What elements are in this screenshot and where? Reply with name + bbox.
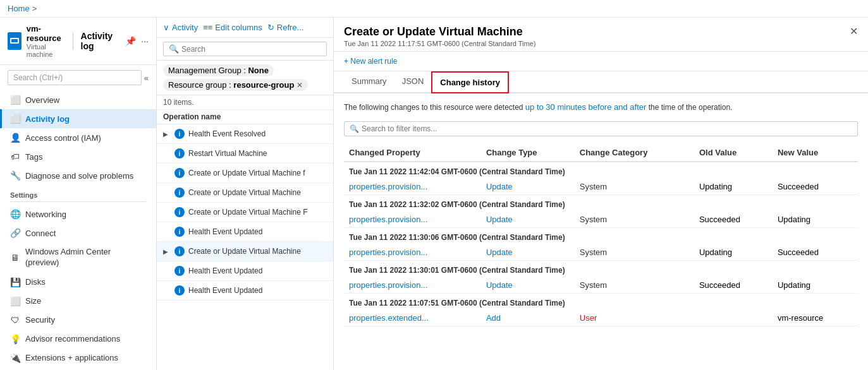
old-value: Updating [694,244,773,261]
sidebar-item-networking[interactable]: 🌐 Networking [0,205,156,224]
chevron-down-icon: ∨ [163,23,169,32]
refresh-btn[interactable]: ↻ Refre... [267,23,304,32]
edit-columns-label: Edit columns [215,23,262,32]
property-link[interactable]: properties.provision... [344,179,481,195]
col-new-value: New Value [773,144,858,162]
property-link[interactable]: properties.extended... [344,310,481,326]
list-item[interactable]: i Health Event Updated [157,281,333,301]
table-row: properties.provision... Update System Su… [344,212,858,228]
search-input[interactable] [8,70,142,85]
list-item[interactable]: i Health Event Updated [157,222,333,242]
change-type: Update [481,244,575,261]
change-category: System [575,179,694,195]
tab-change-history[interactable]: Change history [431,71,509,93]
activity-label: Activity [172,23,198,32]
row-label: Create or Update Virtual Machine [188,247,327,256]
up-to-link[interactable]: up to 30 minutes before and after [525,102,647,112]
sidebar-item-advisor[interactable]: 💡 Advisor recommendations [0,330,156,349]
property-link[interactable]: properties.provision... [344,277,481,294]
sidebar-item-diagnose[interactable]: 🔧 Diagnose and solve problems [0,166,156,185]
info-icon: i [174,168,185,178]
disks-icon: 💾 [10,277,20,287]
operation-name-col-header: Operation name [157,110,333,124]
pin-icon[interactable]: 📌 [125,36,136,46]
sidebar-item-size[interactable]: ⬜ Size [0,292,156,311]
sidebar-item-activity-log[interactable]: ⬜ Activity log [0,109,156,128]
detail-title: Create or Update Virtual Machine [344,25,858,39]
tags-icon: 🏷 [10,152,20,162]
sidebar-item-windows-admin[interactable]: 🖥 Windows Admin Center(preview) [0,242,156,273]
expand-arrow-icon: ▶ [163,131,171,138]
resource-name: vm-resource [27,24,65,43]
sidebar-item-security[interactable]: 🛡 Security [0,311,156,330]
search-icon: 🔍 [169,44,179,54]
activity-search-box[interactable]: 🔍 [163,42,327,56]
edit-columns-btn[interactable]: ≡≡ Edit columns [203,23,262,32]
breadcrumb: Home > [0,0,868,18]
refresh-icon: ↻ [267,23,274,32]
change-type: Update [481,212,575,228]
table-date-group: Tue Jan 11 2022 11:30:06 GMT-0600 (Centr… [344,227,858,244]
vm-icon [8,32,21,50]
change-type: Update [481,277,575,294]
sidebar-header: vm-resource Virtual machine Activity log… [0,18,156,65]
sidebar-item-disks[interactable]: 💾 Disks [0,273,156,292]
list-item[interactable]: i Create or Update Virtual Machine [157,183,333,203]
change-category: System [575,212,694,228]
col-changed-property: Changed Property [344,144,481,162]
close-icon[interactable]: ✕ [850,25,858,37]
sidebar-item-label: Access control (IAM) [25,133,101,143]
sidebar-item-connect[interactable]: 🔗 Connect [0,224,156,242]
filter-search-container[interactable]: 🔍 [344,121,858,136]
sidebar-item-label: Windows Admin Center(preview) [25,247,111,268]
settings-section-header: Settings [0,185,156,201]
info-icon: i [174,266,185,276]
sidebar-page-title: Activity log [81,31,118,51]
filter-chip-resource-group: Resource group : resource-group ✕ [163,79,308,91]
sidebar-item-label: Overview [25,95,59,105]
list-item[interactable]: ▶ i Create or Update Virtual Machine [157,242,333,261]
sidebar-actions: 📌 ··· [123,36,149,46]
sidebar-search-container: « [0,65,156,90]
sidebar-item-access-control[interactable]: 👤 Access control (IAM) [0,128,156,147]
sidebar-item-label: Tags [25,152,42,162]
list-item[interactable]: i Create or Update Virtual Machine F [157,203,333,222]
property-link[interactable]: properties.provision... [344,244,481,261]
detail-panel: ✕ Create or Update Virtual Machine Tue J… [334,18,868,370]
activity-toolbar: ∨ Activity ≡≡ Edit columns ↻ Refre... [157,18,333,38]
iam-icon: 👤 [10,133,20,143]
list-item[interactable]: ▶ i Health Event Resolved [157,124,333,144]
sidebar-item-label: Networking [25,210,66,219]
more-icon[interactable]: ··· [141,36,149,46]
sidebar-item-extensions[interactable]: 🔌 Extensions + applications [0,349,156,367]
activity-collapse-btn[interactable]: ∨ Activity [163,23,198,32]
row-label: Health Event Updated [188,266,327,275]
old-value: Updating [694,179,773,195]
list-item[interactable]: i Health Event Updated [157,261,333,281]
row-label: Health Event Resolved [188,129,327,138]
breadcrumb-home[interactable]: Home [8,4,30,13]
sidebar-item-label: Extensions + applications [25,353,118,362]
info-icon: i [174,246,185,256]
property-link[interactable]: properties.provision... [344,212,481,228]
sidebar-item-overview[interactable]: ⬜ Overview [0,90,156,109]
remove-filter-icon[interactable]: ✕ [296,81,303,90]
new-alert-rule-button[interactable]: + New alert rule [344,57,858,66]
activity-search-input[interactable] [181,45,321,54]
list-item[interactable]: i Restart Virtual Machine [157,144,333,164]
tab-summary[interactable]: Summary [344,71,394,93]
filter-search-input[interactable] [362,124,852,133]
activity-list: ▶ i Health Event Resolved i Restart Virt… [157,124,333,370]
table-row: properties.provision... Update System Su… [344,277,858,294]
expand-arrow-icon: ▶ [163,248,171,255]
sidebar-item-tags[interactable]: 🏷 Tags [0,147,156,166]
detail-tabs: Summary JSON Change history [334,71,868,93]
list-item[interactable]: i Create or Update Virtual Machine f [157,164,333,183]
activity-filters: Management Group : None Resource group :… [157,61,333,95]
tab-json[interactable]: JSON [394,71,432,93]
detail-actions: + New alert rule [334,52,868,71]
info-icon: i [174,129,185,139]
activity-pane: ∨ Activity ≡≡ Edit columns ↻ Refre... 🔍 … [157,18,334,370]
collapse-icon[interactable]: « [144,73,149,83]
new-value: vm-resource [773,310,858,326]
